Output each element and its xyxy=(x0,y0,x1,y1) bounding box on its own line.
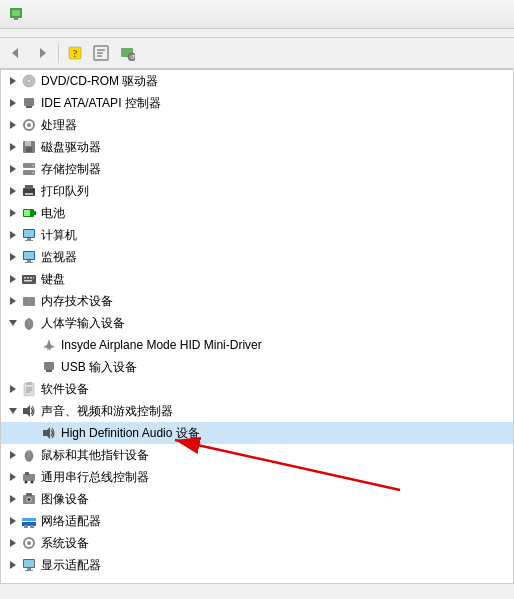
svg-point-22 xyxy=(27,123,31,127)
tree-item[interactable]: 电池 xyxy=(1,202,513,224)
back-button[interactable] xyxy=(4,41,28,65)
svg-marker-45 xyxy=(10,253,16,261)
device-tree[interactable]: DVD/CD-ROM 驱动器IDE ATA/ATAPI 控制器处理器磁盘驱动器存… xyxy=(0,69,514,584)
svg-rect-63 xyxy=(44,362,54,370)
svg-point-81 xyxy=(31,481,34,484)
device-icon xyxy=(41,359,57,375)
tree-expander[interactable] xyxy=(5,271,21,287)
tree-item[interactable]: 磁盘驱动器 xyxy=(1,136,513,158)
tree-item[interactable]: 网络适配器 xyxy=(1,510,513,532)
tree-item[interactable]: 鼠标和其他指针设备 xyxy=(1,444,513,466)
tree-expander[interactable] xyxy=(5,95,21,111)
tree-item[interactable]: 计算机 xyxy=(1,224,513,246)
help-button[interactable]: ? xyxy=(63,41,87,65)
tree-expander[interactable] xyxy=(5,293,21,309)
title-icon xyxy=(8,6,24,22)
tree-item[interactable]: 人体学输入设备 xyxy=(1,312,513,334)
device-label: 系统设备 xyxy=(41,535,89,552)
tree-item[interactable]: IDE ATA/ATAPI 控制器 xyxy=(1,92,513,114)
svg-rect-2 xyxy=(14,18,18,20)
svg-point-80 xyxy=(25,481,28,484)
device-icon xyxy=(21,227,37,243)
tree-expander[interactable] xyxy=(5,491,21,507)
svg-point-31 xyxy=(32,172,34,174)
svg-rect-47 xyxy=(24,252,34,259)
svg-rect-43 xyxy=(27,238,31,240)
tree-expander[interactable] xyxy=(5,315,21,331)
tree-item[interactable]: 图像设备 xyxy=(1,488,513,510)
tree-expander[interactable] xyxy=(5,73,21,89)
tree-expander xyxy=(25,425,41,441)
device-label: 内存技术设备 xyxy=(41,293,113,310)
svg-marker-65 xyxy=(10,385,16,393)
tree-item[interactable]: Insyde Airplane Mode HID Mini-Driver xyxy=(1,334,513,356)
device-label: 鼠标和其他指针设备 xyxy=(41,447,149,464)
tree-item[interactable]: 监视器 xyxy=(1,246,513,268)
tree-item[interactable]: 打印队列 xyxy=(1,180,513,202)
device-label: Insyde Airplane Mode HID Mini-Driver xyxy=(61,338,262,352)
menu-view[interactable] xyxy=(40,31,56,35)
tree-item[interactable]: 内存技术设备 xyxy=(1,290,513,312)
menu-help[interactable] xyxy=(58,31,74,35)
tree-expander[interactable] xyxy=(5,183,21,199)
device-icon xyxy=(21,293,37,309)
tree-item[interactable]: USB 输入设备 xyxy=(1,356,513,378)
tree-expander[interactable] xyxy=(5,117,21,133)
device-icon xyxy=(21,447,37,463)
tree-item[interactable]: 显示适配器 xyxy=(1,554,513,576)
svg-point-94 xyxy=(27,541,31,545)
forward-button[interactable] xyxy=(30,41,54,65)
device-label: 声音、视频和游戏控制器 xyxy=(41,403,173,420)
tree-item[interactable]: DVD/CD-ROM 驱动器 xyxy=(1,70,513,92)
device-icon xyxy=(21,491,37,507)
tree-item[interactable]: High Definition Audio 设备 xyxy=(1,422,513,444)
device-icon xyxy=(21,535,37,551)
device-label: 电池 xyxy=(41,205,65,222)
tree-expander[interactable] xyxy=(5,535,21,551)
tree-expander[interactable] xyxy=(5,381,21,397)
device-label: 通用串行总线控制器 xyxy=(41,469,149,486)
svg-marker-82 xyxy=(10,495,16,503)
tree-expander[interactable] xyxy=(5,557,21,573)
tree-item[interactable]: 存储控制器 xyxy=(1,158,513,180)
tree-item[interactable]: 键盘 xyxy=(1,268,513,290)
svg-rect-86 xyxy=(26,493,32,496)
device-label: 计算机 xyxy=(41,227,77,244)
device-icon xyxy=(21,381,37,397)
scan-button[interactable]: ↺ xyxy=(115,41,139,65)
tree-expander[interactable] xyxy=(5,139,21,155)
svg-marker-50 xyxy=(10,275,16,283)
svg-marker-95 xyxy=(10,561,16,569)
device-label: USB 输入设备 xyxy=(61,359,137,376)
svg-rect-78 xyxy=(23,474,35,481)
tree-item[interactable]: 通用串行总线控制器 xyxy=(1,466,513,488)
device-icon xyxy=(21,513,37,529)
svg-rect-35 xyxy=(25,193,33,195)
tree-item[interactable]: 系统设备 xyxy=(1,532,513,554)
tree-expander[interactable] xyxy=(5,249,21,265)
svg-marker-92 xyxy=(10,539,16,547)
tree-item[interactable]: 软件设备 xyxy=(1,378,513,400)
device-icon xyxy=(21,249,37,265)
device-label: 监视器 xyxy=(41,249,77,266)
tree-expander[interactable] xyxy=(5,161,21,177)
device-label: IDE ATA/ATAPI 控制器 xyxy=(41,95,161,112)
tree-expander[interactable] xyxy=(5,403,21,419)
tree-expander[interactable] xyxy=(5,513,21,529)
tree-expander[interactable] xyxy=(5,469,21,485)
tree-expander[interactable] xyxy=(5,447,21,463)
properties-button[interactable] xyxy=(89,41,113,65)
device-label: 显示适配器 xyxy=(41,557,101,574)
menu-file[interactable] xyxy=(4,31,20,35)
tree-expander[interactable] xyxy=(5,227,21,243)
tree-expander[interactable] xyxy=(5,205,21,221)
svg-rect-38 xyxy=(34,211,36,215)
svg-rect-67 xyxy=(26,382,32,385)
tree-item[interactable]: 处理器 xyxy=(1,114,513,136)
device-icon xyxy=(21,139,37,155)
svg-marker-77 xyxy=(10,473,16,481)
tree-item[interactable]: 声音、视频和游戏控制器 xyxy=(1,400,513,422)
svg-rect-64 xyxy=(46,370,52,372)
menu-action[interactable] xyxy=(22,31,38,35)
device-icon xyxy=(21,95,37,111)
